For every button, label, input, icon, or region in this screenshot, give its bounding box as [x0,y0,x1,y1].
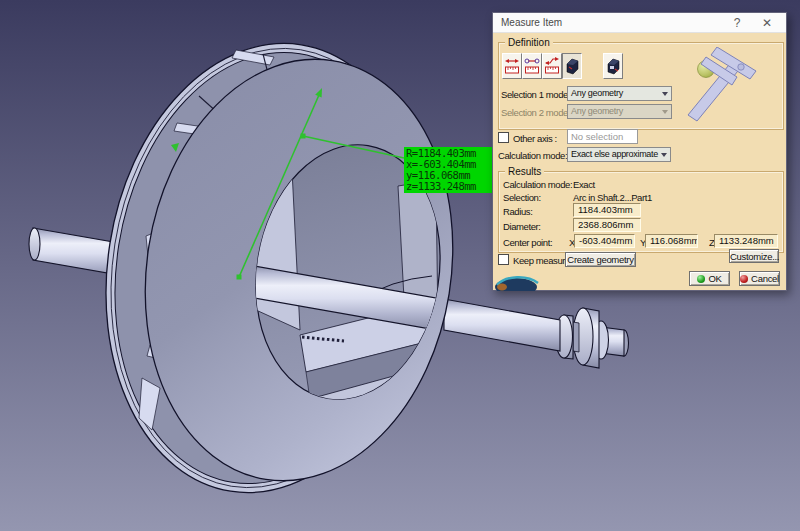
keep-measure-checkbox[interactable] [498,254,509,265]
selection1-mode-dropdown[interactable]: Any geometry [567,86,672,101]
results-calc-mode-value: Exact [573,179,595,190]
catia-window: R=1184.403mm x=-603.404mm y=116.068mm z=… [0,0,800,531]
results-legend: Results [505,166,544,177]
ok-button[interactable]: OK [689,271,730,286]
other-axis-field[interactable]: No selection [567,129,638,144]
other-axis-checkbox[interactable] [498,132,509,143]
measure-item-dims-button[interactable] [603,53,623,79]
shaft-right-end [444,299,629,368]
keep-measure-label: Keep measure [513,255,570,266]
radius-field[interactable]: 1184.403mm [573,203,641,217]
center-y-field[interactable]: 116.068mm [645,234,698,248]
create-geometry-button[interactable]: Create geometry [565,252,636,267]
calc-mode-label: Calculation mode: [498,150,567,161]
measure-item-dims-icon [605,56,621,76]
chevron-down-icon [662,110,668,114]
results-selection-value: Arc in Shaft.2...Part1 [573,192,652,203]
cancel-button[interactable]: Cancel [739,271,780,286]
selection1-label: Selection 1 mode: [501,89,570,100]
measure-between-ref-button[interactable] [522,53,542,79]
measure-between-ref-icon [524,56,540,76]
measure-between-button[interactable] [502,53,522,79]
cancel-red-dot-icon [740,275,748,283]
center-z-field[interactable]: 1133.248mm [714,234,778,248]
center-point-label: Center point: [503,237,552,248]
selection2-mode-dropdown: Any geometry [567,104,672,119]
cancel-label: Cancel [751,273,779,284]
selection1-value: Any geometry [571,88,623,98]
ok-label: OK [708,273,721,284]
results-selection-label: Selection: [503,192,541,203]
diameter-label: Diameter: [503,221,541,232]
measure-item-icon [564,56,580,76]
measure-between-chain-button[interactable] [542,53,562,79]
chevron-down-icon [661,153,667,157]
chevron-down-icon [662,92,668,96]
brand-swoosh-logo [494,272,542,291]
center-x-field[interactable]: -603.404mm [574,234,635,248]
results-calc-mode-label: Calculation mode: [503,179,572,190]
selection2-label: Selection 2 mode: [501,107,570,118]
customize-button[interactable]: Customize... [729,249,779,263]
ok-green-dot-icon [697,275,705,283]
measure-value-label[interactable]: R=1184.403mm x=-603.404mm y=116.068mm z=… [404,147,501,193]
calc-mode-dropdown[interactable]: Exact else approximate [567,147,671,162]
measure-item-button[interactable] [562,53,582,79]
measure-z-text: z=1133.248mm [406,181,501,192]
calc-mode-value: Exact else approximate [571,149,658,159]
definition-legend: Definition [505,37,553,48]
measure-item-dialog: Measure Item ? ✕ Definition [492,12,787,291]
caliper-illustration [677,47,769,133]
measure-between-chain-icon [544,56,560,76]
dialog-title: Measure Item [501,17,562,28]
help-icon[interactable]: ? [728,15,746,31]
diameter-field[interactable]: 2368.806mm [573,218,641,232]
close-icon[interactable]: ✕ [758,15,776,31]
selection2-value: Any geometry [571,106,623,116]
radius-label: Radius: [503,206,532,217]
measure-between-icon [504,56,520,76]
dialog-titlebar[interactable]: Measure Item ? ✕ [493,13,786,33]
other-axis-label: Other axis : [513,133,557,144]
